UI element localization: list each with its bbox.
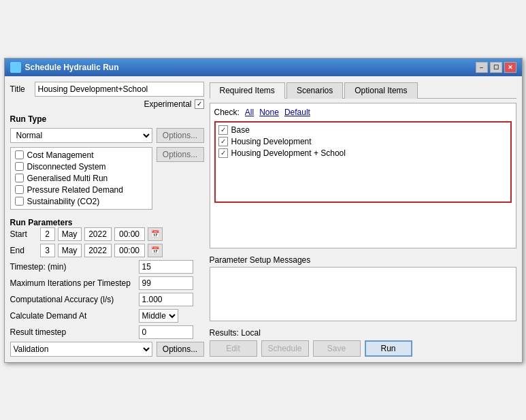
experimental-label: Experimental [144, 99, 191, 109]
title-label: Title [10, 84, 31, 94]
default-link[interactable]: Default [284, 108, 310, 117]
timestep-input[interactable] [139, 260, 193, 274]
title-row: Title [10, 82, 204, 97]
tab-scenarios[interactable]: Scenarios [286, 82, 343, 99]
generalised-multi-run-label: Generalised Multi Run [27, 174, 108, 183]
run-type-label: Run Type [10, 114, 204, 124]
maximize-button[interactable]: ☐ [490, 62, 502, 73]
timestep-row: Timestep: (min) [10, 260, 204, 274]
result-timestep-label: Result timestep [10, 327, 136, 337]
start-calendar-button[interactable]: 📅 [148, 227, 163, 241]
title-input[interactable] [35, 82, 204, 97]
scenario-housing-dev-label: Housing Development [231, 137, 312, 146]
edit-button[interactable]: Edit [210, 340, 257, 357]
result-timestep-row: Result timestep [10, 325, 204, 339]
max-iter-input[interactable] [139, 276, 193, 290]
results-label: Results: Local [210, 328, 516, 338]
pressure-related-check[interactable] [15, 185, 24, 194]
validation-row: Validation None Options... [10, 342, 204, 357]
generalised-multi-run-check[interactable] [15, 174, 24, 182]
start-label: Start [10, 229, 37, 239]
comp-acc-label: Computational Accuracy (l/s) [10, 295, 136, 304]
start-date-row: Start 📅 [10, 227, 204, 241]
run-params-label: Run Parameters [10, 218, 204, 227]
minimize-button[interactable]: – [476, 62, 488, 73]
none-link[interactable]: None [259, 108, 279, 117]
experimental-checkbox[interactable]: ✓ [195, 99, 204, 109]
timestep-label: Timestep: (min) [10, 262, 136, 272]
param-setup-label: Parameter Setup Messages [210, 255, 516, 265]
checkboxes-options-button[interactable]: Options... [157, 147, 204, 162]
end-year-input[interactable] [84, 244, 112, 257]
calc-demand-row: Calculate Demand At Middle Start End [10, 309, 204, 323]
run-parameters-section: Run Parameters Start 📅 End [10, 216, 204, 357]
pressure-related-label: Pressure Related Demand [27, 185, 123, 195]
results-section: Results: Local Edit Schedule Save Run [210, 328, 516, 357]
validation-select[interactable]: Validation None [10, 342, 152, 357]
all-link[interactable]: All [245, 108, 254, 117]
param-setup-box [210, 267, 516, 321]
results-buttons: Edit Schedule Save Run [210, 340, 516, 357]
app-icon [10, 62, 21, 73]
scenario-base-label: Base [231, 125, 250, 135]
scenario-housing-dev-school[interactable]: ✓ Housing Development + School [218, 148, 508, 158]
max-iter-row: Maximum Iterations per Timestep [10, 276, 204, 290]
right-panel: Required Items Scenarios Optional Items … [210, 82, 516, 357]
left-panel: Title Experimental ✓ Run Type Normal Ext… [10, 82, 204, 357]
disconnected-system-check[interactable] [15, 162, 24, 171]
comp-acc-input[interactable] [139, 293, 193, 306]
validation-options-button[interactable]: Options... [157, 342, 204, 357]
end-label: End [10, 246, 37, 255]
end-calendar-button[interactable]: 📅 [148, 244, 163, 257]
start-time-input[interactable] [114, 227, 145, 241]
experimental-row: Experimental ✓ [10, 99, 204, 109]
start-day-input[interactable] [40, 227, 55, 241]
options-btn-col: Options... [157, 147, 204, 210]
checkbox-section: Cost Management Disconnected System Gene… [10, 147, 204, 210]
title-bar: Schedule Hydraulic Run – ☐ ✕ [5, 59, 522, 76]
tab-optional-items[interactable]: Optional Items [344, 82, 417, 99]
scenario-base-check[interactable]: ✓ [218, 125, 228, 135]
scenario-housing-dev[interactable]: ✓ Housing Development [218, 137, 508, 146]
run-type-options-button[interactable]: Options... [157, 128, 204, 143]
param-setup-section: Parameter Setup Messages [210, 255, 516, 321]
checkbox-generalised-multi-run[interactable]: Generalised Multi Run [15, 174, 148, 183]
scenarios-list: ✓ Base ✓ Housing Development ✓ Housing D… [214, 121, 512, 203]
start-year-input[interactable] [84, 227, 112, 241]
cost-management-label: Cost Management [27, 150, 94, 160]
checkboxes-panel: Cost Management Disconnected System Gene… [10, 147, 152, 210]
run-button[interactable]: Run [365, 340, 412, 357]
calc-demand-label: Calculate Demand At [10, 311, 136, 321]
main-content: Title Experimental ✓ Run Type Normal Ext… [5, 76, 522, 362]
scenario-base[interactable]: ✓ Base [218, 125, 508, 135]
checkbox-disconnected-system[interactable]: Disconnected System [15, 162, 148, 172]
title-bar-left: Schedule Hydraulic Run [10, 62, 119, 73]
scenario-housing-dev-check[interactable]: ✓ [218, 137, 228, 146]
tab-required-items[interactable]: Required Items [210, 82, 285, 99]
end-date-row: End 📅 [10, 244, 204, 257]
scenario-housing-dev-school-check[interactable]: ✓ [218, 148, 228, 158]
start-month-input[interactable] [58, 227, 82, 241]
run-type-row: Normal Extended Period Steady State Opti… [10, 128, 204, 143]
checkbox-pressure-related[interactable]: Pressure Related Demand [15, 185, 148, 195]
tabs-bar: Required Items Scenarios Optional Items [210, 82, 516, 99]
title-bar-controls: – ☐ ✕ [476, 62, 516, 73]
scenario-housing-dev-school-label: Housing Development + School [231, 148, 346, 158]
save-button[interactable]: Save [313, 340, 361, 357]
checkbox-cost-management[interactable]: Cost Management [15, 150, 148, 160]
end-month-input[interactable] [58, 244, 82, 257]
end-day-input[interactable] [40, 244, 55, 257]
cost-management-check[interactable] [15, 150, 24, 159]
end-time-input[interactable] [114, 244, 145, 257]
close-button[interactable]: ✕ [504, 62, 516, 73]
calc-demand-select[interactable]: Middle Start End [139, 309, 178, 323]
tab-content-required-items: Check: All None Default ✓ Base ✓ Housing… [210, 103, 516, 248]
schedule-button[interactable]: Schedule [261, 340, 309, 357]
check-row: Check: All None Default [214, 108, 512, 117]
sustainability-check[interactable] [15, 197, 24, 206]
check-label: Check: [214, 108, 240, 117]
result-timestep-input[interactable] [139, 325, 193, 339]
run-type-select[interactable]: Normal Extended Period Steady State [10, 128, 152, 143]
sustainability-label: Sustainability (CO2) [27, 197, 100, 206]
checkbox-sustainability[interactable]: Sustainability (CO2) [15, 197, 148, 206]
